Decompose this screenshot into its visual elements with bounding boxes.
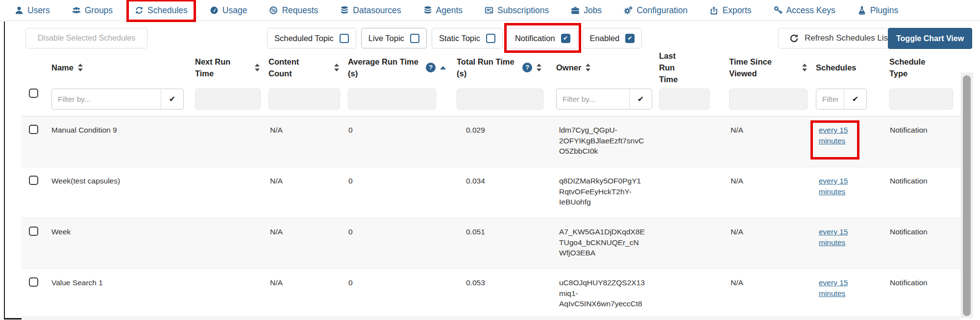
groups-icon	[72, 6, 81, 15]
nav-label: Users	[27, 5, 50, 16]
cell-next-run-time: N/A	[270, 218, 348, 269]
nav-item-agents[interactable]: Agents	[423, 5, 463, 16]
col-header-content-count[interactable]: Content Count	[269, 46, 348, 89]
nav-item-schedules[interactable]: Schedules	[135, 5, 188, 16]
schedules-table: Name Next Run Time Content Count Average…	[22, 46, 960, 320]
nav-label: Subscriptions	[497, 5, 549, 16]
cell-content-count: 0	[348, 116, 466, 167]
col-header-time-since-viewed[interactable]: Time Since Viewed	[729, 46, 816, 89]
col-header-total-run-time[interactable]: Total Run Time (s) ?	[457, 46, 556, 89]
nav-label: Usage	[222, 5, 247, 16]
sort-arrows[interactable]	[255, 64, 260, 71]
col-header-name[interactable]: Name	[51, 46, 195, 89]
scheduled-topic-checkbox[interactable]	[340, 34, 349, 43]
enabled-checkbox[interactable]: ✔	[625, 34, 635, 43]
static-topic-checkbox[interactable]	[486, 34, 495, 43]
sort-arrows[interactable]	[537, 64, 541, 71]
nav-label: Exports	[722, 5, 751, 16]
nav-item-datasources[interactable]: Datasources	[340, 5, 401, 16]
nav-label: Requests	[282, 5, 318, 16]
nav-item-exports[interactable]: Exports	[710, 5, 751, 16]
sync-icon	[135, 6, 144, 15]
nav-item-plugins[interactable]: Plugins	[858, 5, 898, 16]
sort-arrows[interactable]	[334, 64, 339, 71]
cell-average-run-time: 0.034	[466, 167, 559, 218]
nav-item-requests[interactable]: % Requests	[269, 5, 318, 16]
nav-item-usage[interactable]: Usage	[210, 5, 247, 16]
row-checkbox[interactable]	[29, 176, 38, 185]
sort-arrows[interactable]	[586, 64, 590, 71]
cell-owner: q8DIZMaRky5OF0PgY1RqtvOFeEyHckT2hY-IeBUo…	[559, 176, 645, 207]
schedule-link[interactable]: every 15 minutes	[819, 277, 851, 298]
live-topic-checkbox[interactable]	[410, 34, 419, 43]
database-icon	[340, 6, 349, 15]
owner-filter-apply-button[interactable]: ✔	[630, 89, 652, 110]
nav-item-configuration[interactable]: Configuration	[624, 5, 687, 16]
export-icon	[710, 6, 718, 15]
row-checkbox[interactable]	[29, 277, 38, 287]
cell-name: Week	[51, 218, 270, 269]
sort-arrows[interactable]	[78, 64, 83, 71]
nav-item-users[interactable]: Users	[15, 5, 50, 16]
nav-label: Datasources	[353, 5, 401, 16]
col-header-last-run-time[interactable]: Last Run Time	[659, 46, 729, 89]
topic-filter-group: Scheduled Topic Live Topic Static Topic …	[267, 28, 642, 48]
notification-checkbox[interactable]: ✔	[561, 34, 570, 43]
nav-item-subscriptions[interactable]: Subscriptions	[485, 5, 549, 16]
table-row: Manual Condition 9 N/A 0 0.029 ldm7Cyg_Q…	[22, 116, 960, 167]
schedule-link[interactable]: every 15 minutes	[819, 176, 851, 197]
schedules-filter-apply-button[interactable]: ✔	[844, 89, 867, 110]
help-icon[interactable]: ?	[426, 63, 436, 72]
average-run-time-filter-disabled	[348, 89, 436, 110]
col-header-average-run-time[interactable]: Average Run Time (s) ?	[348, 46, 457, 89]
col-header-next-run-time[interactable]: Next Run Time	[195, 46, 269, 89]
gauge-icon	[210, 6, 219, 15]
nav-item-jobs[interactable]: Jobs	[571, 5, 602, 16]
refresh-icon	[789, 34, 799, 43]
database-icon	[423, 6, 432, 15]
filter-chip-notification[interactable]: Notification ✔	[508, 28, 578, 48]
cell-schedule-type: Notification	[890, 167, 960, 218]
next-row-peek	[22, 316, 960, 320]
select-all-checkbox[interactable]	[29, 89, 38, 98]
nav-label: Groups	[85, 5, 113, 16]
vertical-scrollbar-thumb[interactable]	[963, 75, 971, 316]
cell-owner: ldm7Cyg_QGpU-2OFYIKgBJlaeEzft7snvCO5ZbbC…	[559, 125, 645, 157]
nav-item-access-keys[interactable]: Access Keys	[774, 5, 835, 16]
admin-schedules-page: Users Groups Schedules Usage % Requests …	[0, 0, 980, 320]
schedules-filter-input[interactable]	[816, 89, 844, 110]
cell-next-run-time: N/A	[270, 167, 348, 218]
row-checkbox[interactable]	[29, 125, 38, 134]
filter-chip-scheduled-topic[interactable]: Scheduled Topic	[267, 28, 356, 48]
filter-chip-live-topic[interactable]: Live Topic	[361, 28, 427, 48]
sort-arrows[interactable]	[440, 66, 446, 69]
cell-content-count: 0	[348, 269, 466, 320]
schedule-link[interactable]: every 15 minutes	[819, 125, 851, 146]
cell-owner: uC8OJqHUY82ZQS2X13miq1-AqIvC5INX6wn7yecc…	[559, 277, 645, 309]
name-filter-input[interactable]	[51, 89, 161, 110]
schedule-link[interactable]: every 15 minutes	[819, 227, 851, 248]
cell-last-run-time: N/A	[731, 218, 819, 269]
help-icon[interactable]: ?	[522, 63, 532, 72]
refresh-schedules-list-button[interactable]: Refresh Schedules List	[778, 28, 902, 48]
list-card-icon	[485, 6, 493, 15]
schedules-table-header: Name Next Run Time Content Count Average…	[22, 46, 960, 116]
nav-item-groups[interactable]: Groups	[72, 5, 113, 16]
col-header-schedules[interactable]: Schedules	[816, 46, 889, 89]
disable-selected-schedules-button[interactable]: Disable Selected Schedules	[25, 28, 147, 48]
col-header-owner[interactable]: Owner	[556, 46, 659, 89]
filter-chip-enabled[interactable]: Enabled ✔	[583, 28, 642, 48]
col-header-schedule-type[interactable]: Schedule Type	[889, 46, 960, 89]
owner-filter-input[interactable]	[556, 89, 630, 110]
name-filter-apply-button[interactable]: ✔	[161, 89, 184, 110]
cell-last-run-time: N/A	[731, 269, 819, 320]
toggle-chart-view-button[interactable]: Toggle Chart View	[888, 28, 972, 49]
nav-label: Schedules	[147, 5, 188, 16]
users-icon	[15, 6, 24, 15]
filter-chip-static-topic[interactable]: Static Topic	[432, 28, 503, 48]
sort-arrows[interactable]	[802, 64, 807, 71]
row-checkbox[interactable]	[29, 227, 38, 236]
cell-schedule-type: Notification	[890, 218, 960, 269]
last-run-time-filter-disabled	[659, 89, 710, 110]
content-count-filter-disabled	[269, 89, 340, 110]
